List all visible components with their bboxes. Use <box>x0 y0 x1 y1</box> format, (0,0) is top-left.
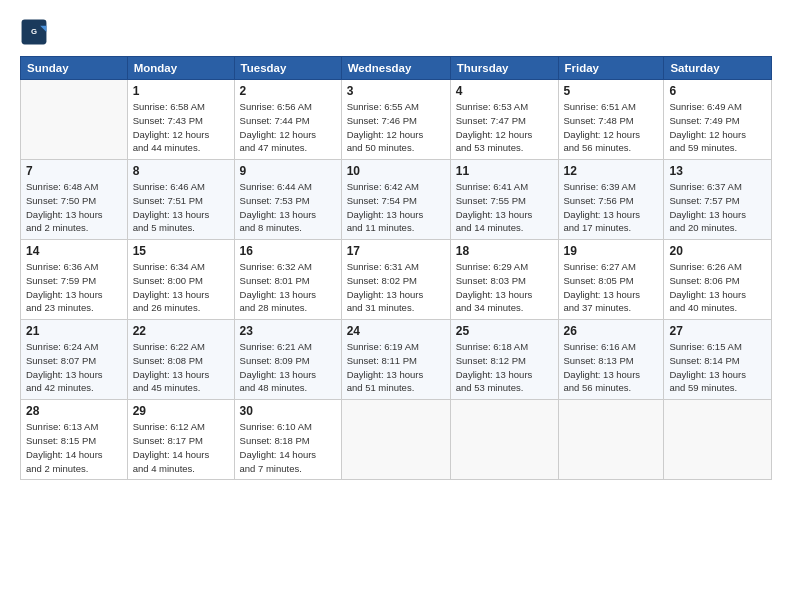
day-number: 21 <box>26 324 122 338</box>
week-row-3: 14Sunrise: 6:36 AM Sunset: 7:59 PM Dayli… <box>21 240 772 320</box>
weekday-header-thursday: Thursday <box>450 57 558 80</box>
day-info: Sunrise: 6:48 AM Sunset: 7:50 PM Dayligh… <box>26 180 122 235</box>
weekday-header-row: SundayMondayTuesdayWednesdayThursdayFrid… <box>21 57 772 80</box>
day-info: Sunrise: 6:13 AM Sunset: 8:15 PM Dayligh… <box>26 420 122 475</box>
day-number: 5 <box>564 84 659 98</box>
day-info: Sunrise: 6:56 AM Sunset: 7:44 PM Dayligh… <box>240 100 336 155</box>
page-header: G <box>20 18 772 46</box>
day-number: 27 <box>669 324 766 338</box>
calendar-cell: 4Sunrise: 6:53 AM Sunset: 7:47 PM Daylig… <box>450 80 558 160</box>
day-info: Sunrise: 6:51 AM Sunset: 7:48 PM Dayligh… <box>564 100 659 155</box>
day-number: 28 <box>26 404 122 418</box>
calendar-cell <box>450 400 558 480</box>
day-number: 17 <box>347 244 445 258</box>
calendar-cell: 29Sunrise: 6:12 AM Sunset: 8:17 PM Dayli… <box>127 400 234 480</box>
day-number: 25 <box>456 324 553 338</box>
day-number: 22 <box>133 324 229 338</box>
calendar-cell: 26Sunrise: 6:16 AM Sunset: 8:13 PM Dayli… <box>558 320 664 400</box>
day-info: Sunrise: 6:26 AM Sunset: 8:06 PM Dayligh… <box>669 260 766 315</box>
day-number: 16 <box>240 244 336 258</box>
calendar-cell: 13Sunrise: 6:37 AM Sunset: 7:57 PM Dayli… <box>664 160 772 240</box>
day-info: Sunrise: 6:46 AM Sunset: 7:51 PM Dayligh… <box>133 180 229 235</box>
calendar-cell: 27Sunrise: 6:15 AM Sunset: 8:14 PM Dayli… <box>664 320 772 400</box>
calendar-cell: 19Sunrise: 6:27 AM Sunset: 8:05 PM Dayli… <box>558 240 664 320</box>
week-row-1: 1Sunrise: 6:58 AM Sunset: 7:43 PM Daylig… <box>21 80 772 160</box>
calendar-cell: 16Sunrise: 6:32 AM Sunset: 8:01 PM Dayli… <box>234 240 341 320</box>
day-info: Sunrise: 6:21 AM Sunset: 8:09 PM Dayligh… <box>240 340 336 395</box>
calendar-cell <box>341 400 450 480</box>
calendar-cell: 1Sunrise: 6:58 AM Sunset: 7:43 PM Daylig… <box>127 80 234 160</box>
day-info: Sunrise: 6:44 AM Sunset: 7:53 PM Dayligh… <box>240 180 336 235</box>
day-number: 15 <box>133 244 229 258</box>
day-number: 18 <box>456 244 553 258</box>
day-info: Sunrise: 6:41 AM Sunset: 7:55 PM Dayligh… <box>456 180 553 235</box>
calendar-cell: 6Sunrise: 6:49 AM Sunset: 7:49 PM Daylig… <box>664 80 772 160</box>
day-info: Sunrise: 6:31 AM Sunset: 8:02 PM Dayligh… <box>347 260 445 315</box>
weekday-header-tuesday: Tuesday <box>234 57 341 80</box>
day-number: 12 <box>564 164 659 178</box>
logo-icon: G <box>20 18 48 46</box>
weekday-header-friday: Friday <box>558 57 664 80</box>
day-number: 1 <box>133 84 229 98</box>
day-number: 4 <box>456 84 553 98</box>
weekday-header-sunday: Sunday <box>21 57 128 80</box>
day-info: Sunrise: 6:42 AM Sunset: 7:54 PM Dayligh… <box>347 180 445 235</box>
day-number: 29 <box>133 404 229 418</box>
calendar-cell: 7Sunrise: 6:48 AM Sunset: 7:50 PM Daylig… <box>21 160 128 240</box>
day-info: Sunrise: 6:39 AM Sunset: 7:56 PM Dayligh… <box>564 180 659 235</box>
day-info: Sunrise: 6:24 AM Sunset: 8:07 PM Dayligh… <box>26 340 122 395</box>
calendar-cell: 20Sunrise: 6:26 AM Sunset: 8:06 PM Dayli… <box>664 240 772 320</box>
week-row-5: 28Sunrise: 6:13 AM Sunset: 8:15 PM Dayli… <box>21 400 772 480</box>
weekday-header-monday: Monday <box>127 57 234 80</box>
calendar-cell: 15Sunrise: 6:34 AM Sunset: 8:00 PM Dayli… <box>127 240 234 320</box>
day-number: 3 <box>347 84 445 98</box>
day-number: 6 <box>669 84 766 98</box>
calendar-cell: 3Sunrise: 6:55 AM Sunset: 7:46 PM Daylig… <box>341 80 450 160</box>
day-info: Sunrise: 6:16 AM Sunset: 8:13 PM Dayligh… <box>564 340 659 395</box>
day-info: Sunrise: 6:15 AM Sunset: 8:14 PM Dayligh… <box>669 340 766 395</box>
calendar-cell: 18Sunrise: 6:29 AM Sunset: 8:03 PM Dayli… <box>450 240 558 320</box>
calendar-cell <box>664 400 772 480</box>
day-info: Sunrise: 6:22 AM Sunset: 8:08 PM Dayligh… <box>133 340 229 395</box>
calendar-cell: 24Sunrise: 6:19 AM Sunset: 8:11 PM Dayli… <box>341 320 450 400</box>
calendar-cell: 14Sunrise: 6:36 AM Sunset: 7:59 PM Dayli… <box>21 240 128 320</box>
day-info: Sunrise: 6:10 AM Sunset: 8:18 PM Dayligh… <box>240 420 336 475</box>
calendar-cell: 21Sunrise: 6:24 AM Sunset: 8:07 PM Dayli… <box>21 320 128 400</box>
week-row-2: 7Sunrise: 6:48 AM Sunset: 7:50 PM Daylig… <box>21 160 772 240</box>
calendar-cell <box>558 400 664 480</box>
calendar-cell: 25Sunrise: 6:18 AM Sunset: 8:12 PM Dayli… <box>450 320 558 400</box>
calendar-cell <box>21 80 128 160</box>
day-number: 8 <box>133 164 229 178</box>
day-info: Sunrise: 6:55 AM Sunset: 7:46 PM Dayligh… <box>347 100 445 155</box>
day-number: 24 <box>347 324 445 338</box>
day-info: Sunrise: 6:37 AM Sunset: 7:57 PM Dayligh… <box>669 180 766 235</box>
calendar-table: SundayMondayTuesdayWednesdayThursdayFrid… <box>20 56 772 480</box>
day-info: Sunrise: 6:53 AM Sunset: 7:47 PM Dayligh… <box>456 100 553 155</box>
calendar-cell: 23Sunrise: 6:21 AM Sunset: 8:09 PM Dayli… <box>234 320 341 400</box>
day-info: Sunrise: 6:34 AM Sunset: 8:00 PM Dayligh… <box>133 260 229 315</box>
day-info: Sunrise: 6:18 AM Sunset: 8:12 PM Dayligh… <box>456 340 553 395</box>
day-info: Sunrise: 6:12 AM Sunset: 8:17 PM Dayligh… <box>133 420 229 475</box>
day-number: 11 <box>456 164 553 178</box>
day-info: Sunrise: 6:32 AM Sunset: 8:01 PM Dayligh… <box>240 260 336 315</box>
day-info: Sunrise: 6:19 AM Sunset: 8:11 PM Dayligh… <box>347 340 445 395</box>
day-info: Sunrise: 6:29 AM Sunset: 8:03 PM Dayligh… <box>456 260 553 315</box>
day-info: Sunrise: 6:36 AM Sunset: 7:59 PM Dayligh… <box>26 260 122 315</box>
day-number: 20 <box>669 244 766 258</box>
day-number: 30 <box>240 404 336 418</box>
day-number: 7 <box>26 164 122 178</box>
day-number: 2 <box>240 84 336 98</box>
day-number: 13 <box>669 164 766 178</box>
weekday-header-saturday: Saturday <box>664 57 772 80</box>
calendar-cell: 8Sunrise: 6:46 AM Sunset: 7:51 PM Daylig… <box>127 160 234 240</box>
svg-text:G: G <box>31 27 37 36</box>
calendar-cell: 2Sunrise: 6:56 AM Sunset: 7:44 PM Daylig… <box>234 80 341 160</box>
calendar-cell: 28Sunrise: 6:13 AM Sunset: 8:15 PM Dayli… <box>21 400 128 480</box>
day-number: 9 <box>240 164 336 178</box>
day-info: Sunrise: 6:58 AM Sunset: 7:43 PM Dayligh… <box>133 100 229 155</box>
calendar-cell: 5Sunrise: 6:51 AM Sunset: 7:48 PM Daylig… <box>558 80 664 160</box>
day-number: 10 <box>347 164 445 178</box>
logo: G <box>20 18 52 46</box>
day-number: 26 <box>564 324 659 338</box>
day-info: Sunrise: 6:49 AM Sunset: 7:49 PM Dayligh… <box>669 100 766 155</box>
